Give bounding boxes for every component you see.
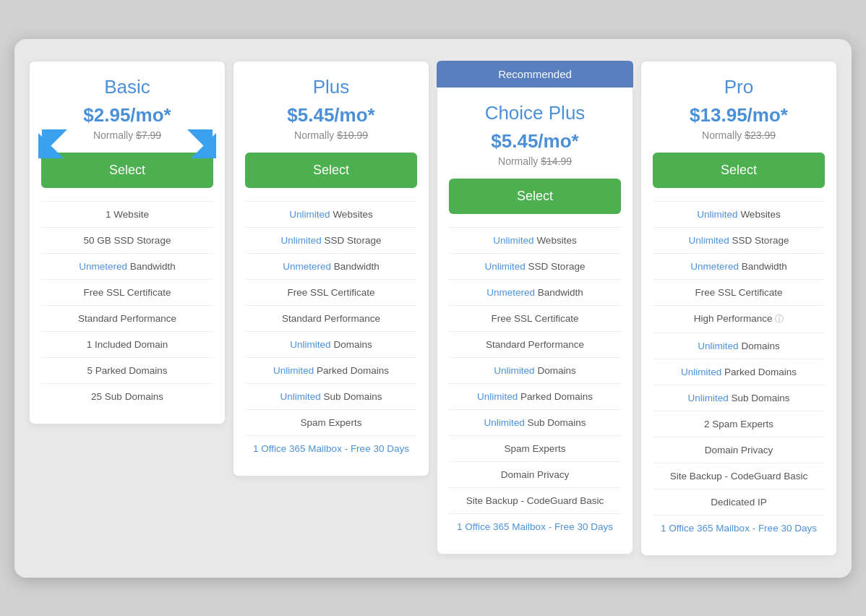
plan-name-plus: Plus <box>245 76 417 98</box>
plan-card-choice-plus: Choice Plus$5.45/mo*Normally $14.99Selec… <box>437 87 633 555</box>
feature-item: Unlimited Websites <box>653 202 825 228</box>
plan-normal-price-basic: Normally $7.99 <box>41 129 213 141</box>
plan-column-basic: Basic$2.95/mo*Normally $7.99Select1 Webs… <box>29 61 226 424</box>
feature-item: Unlimited Sub Domains <box>653 385 825 411</box>
select-button-choice-plus[interactable]: Select <box>449 179 621 214</box>
features-list-plus: Unlimited WebsitesUnlimited SSD StorageU… <box>245 201 417 461</box>
feature-item: 1 Included Domain <box>41 332 213 358</box>
plan-price-choice-plus: $5.45/mo* <box>449 130 621 153</box>
feature-item: Standard Performance <box>41 306 213 332</box>
plan-card-basic: Basic$2.95/mo*Normally $7.99Select1 Webs… <box>29 61 226 424</box>
feature-item: Unlimited Domains <box>449 358 621 384</box>
pricing-container: Basic$2.95/mo*Normally $7.99Select1 Webs… <box>14 39 852 578</box>
feature-item: Standard Performance <box>449 332 621 358</box>
feature-item: 2 Spam Experts <box>653 411 825 437</box>
select-button-basic[interactable]: Select <box>41 153 213 188</box>
feature-item: High Performance ⓘ <box>653 306 825 333</box>
plan-normal-price-plus: Normally $10.99 <box>245 129 417 141</box>
features-list-choice-plus: Unlimited WebsitesUnlimited SSD StorageU… <box>449 227 621 539</box>
feature-item: Free SSL Certificate <box>653 280 825 306</box>
plan-price-plus: $5.45/mo* <box>245 104 417 127</box>
feature-item: Unlimited Domains <box>245 332 417 358</box>
feature-item: Spam Experts <box>449 436 621 462</box>
feature-item: Site Backup - CodeGuard Basic <box>449 488 621 514</box>
feature-item: Free SSL Certificate <box>449 306 621 332</box>
feature-item: Unlimited SSD Storage <box>245 228 417 254</box>
plan-price-pro: $13.95/mo* <box>653 104 825 127</box>
feature-item: Free SSL Certificate <box>245 280 417 306</box>
feature-item: 50 GB SSD Storage <box>41 228 213 254</box>
feature-item: Unlimited Sub Domains <box>449 410 621 436</box>
feature-item: 1 Office 365 Mailbox - Free 30 Days <box>653 516 825 541</box>
feature-item: 1 Office 365 Mailbox - Free 30 Days <box>245 436 417 461</box>
feature-item: Unlimited Domains <box>653 333 825 359</box>
feature-item: Unlimited Websites <box>449 228 621 254</box>
feature-item: Site Backup - CodeGuard Basic <box>653 463 825 489</box>
plans-wrapper: Basic$2.95/mo*Normally $7.99Select1 Webs… <box>29 61 837 556</box>
plan-card-plus: Plus$5.45/mo*Normally $10.99SelectUnlimi… <box>233 61 429 476</box>
recommended-badge: Recommended <box>437 61 633 87</box>
plan-name-basic: Basic <box>41 76 213 98</box>
plan-column-plus: Plus$5.45/mo*Normally $10.99SelectUnlimi… <box>233 61 429 476</box>
feature-item: Unlimited Parked Domains <box>653 359 825 385</box>
feature-item: 1 Website <box>41 202 213 228</box>
feature-item: Unlimited Parked Domains <box>245 358 417 384</box>
feature-item: 5 Parked Domains <box>41 358 213 384</box>
feature-item: Unlimited Sub Domains <box>245 384 417 410</box>
select-button-pro[interactable]: Select <box>653 153 825 188</box>
feature-item: 1 Office 365 Mailbox - Free 30 Days <box>449 514 621 539</box>
plan-column-pro: Pro$13.95/mo*Normally $23.99SelectUnlimi… <box>640 61 837 556</box>
feature-item: Unmetered Bandwidth <box>653 254 825 280</box>
feature-item: Spam Experts <box>245 410 417 436</box>
feature-item: Unlimited SSD Storage <box>653 228 825 254</box>
features-list-pro: Unlimited WebsitesUnlimited SSD StorageU… <box>653 201 825 541</box>
features-list-basic: 1 Website50 GB SSD StorageUnmetered Band… <box>41 201 213 409</box>
feature-item: Standard Performance <box>245 306 417 332</box>
feature-item: Unlimited Parked Domains <box>449 384 621 410</box>
plan-name-choice-plus: Choice Plus <box>449 102 621 124</box>
feature-item: Domain Privacy <box>653 437 825 463</box>
plan-card-pro: Pro$13.95/mo*Normally $23.99SelectUnlimi… <box>640 61 837 556</box>
feature-item: Unmetered Bandwidth <box>245 254 417 280</box>
feature-item: Domain Privacy <box>449 462 621 488</box>
feature-item: Dedicated IP <box>653 489 825 516</box>
plan-normal-price-pro: Normally $23.99 <box>653 129 825 141</box>
feature-item: 25 Sub Domains <box>41 384 213 409</box>
feature-item: Unmetered Bandwidth <box>449 280 621 306</box>
plan-price-basic: $2.95/mo* <box>41 104 213 127</box>
info-icon: ⓘ <box>775 314 784 324</box>
feature-item: Unmetered Bandwidth <box>41 254 213 280</box>
feature-item: Unlimited Websites <box>245 202 417 228</box>
select-button-plus[interactable]: Select <box>245 153 417 188</box>
plan-column-choice-plus: RecommendedChoice Plus$5.45/mo*Normally … <box>437 61 633 555</box>
plan-name-pro: Pro <box>653 76 825 98</box>
plan-normal-price-choice-plus: Normally $14.99 <box>449 155 621 167</box>
feature-item: Unlimited SSD Storage <box>449 254 621 280</box>
feature-item: Free SSL Certificate <box>41 280 213 306</box>
